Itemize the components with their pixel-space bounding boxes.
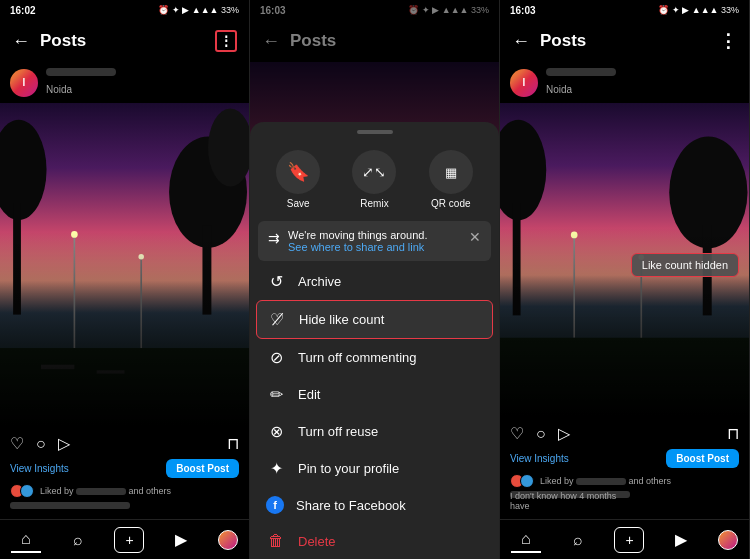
nav-profile-left[interactable] (218, 530, 238, 550)
hide-like-icon: ♡̸ (267, 310, 287, 329)
nav-search-left[interactable]: ⌕ (63, 527, 93, 553)
post-bottom-row-left: View Insights Boost Post (10, 457, 239, 482)
sheet-save-item[interactable]: 🔖 Save (276, 150, 320, 209)
tiny-avatars-left (10, 484, 34, 498)
menu-archive[interactable]: ↺ Archive (250, 263, 499, 300)
app-header-left: ← Posts ⋮ (0, 20, 249, 62)
middle-panel: 16:03 ⏰ ✦ ▶ ▲▲▲ 33% ← Posts (250, 0, 500, 559)
right-panel: 16:03 ⏰ ✦ ▶ ▲▲▲ 33% ← Posts ⋮ I Noida (500, 0, 750, 559)
menu-hide-like[interactable]: ♡̸ Hide like count (256, 300, 493, 339)
pin-label: Pin to your profile (298, 461, 399, 476)
post-bottom-row-right: View Insights Boost Post (510, 447, 739, 472)
edit-label: Edit (298, 387, 320, 402)
app-header-right: ← Posts ⋮ (500, 20, 749, 62)
notice-close-icon[interactable]: ✕ (469, 229, 481, 245)
location-right: Noida (546, 84, 572, 95)
boost-button-left[interactable]: Boost Post (166, 459, 239, 478)
save-icon-right[interactable]: ⊓ (727, 424, 739, 443)
status-bar-left: 16:02 ⏰ ✦ ▶ ▲▲▲ 33% (0, 0, 249, 20)
caption-left (10, 500, 239, 515)
share-icon-right[interactable]: ▷ (558, 424, 570, 443)
save-label: Save (287, 198, 310, 209)
notice-text: We're moving things around. See where to… (288, 229, 461, 253)
username-right (546, 68, 616, 76)
menu-edit[interactable]: ✏ Edit (250, 376, 499, 413)
svg-rect-11 (41, 365, 74, 369)
turn-off-commenting-icon: ⊘ (266, 348, 286, 367)
sheet-qr-item[interactable]: ▦ QR code (429, 150, 473, 209)
avatar-left: I (10, 69, 38, 97)
like-count-tooltip: Like count hidden (631, 253, 739, 277)
nav-add-right[interactable]: + (614, 527, 644, 553)
avatar-right: I (510, 69, 538, 97)
svg-point-7 (71, 231, 78, 238)
comment-icon-right[interactable]: ○ (536, 425, 546, 443)
svg-rect-4 (13, 203, 21, 314)
comment-icon-left[interactable]: ○ (36, 435, 46, 453)
turn-off-commenting-label: Turn off commenting (298, 350, 417, 365)
edit-icon: ✏ (266, 385, 286, 404)
svg-rect-12 (97, 370, 125, 373)
notice-arrow-icon: ⇉ (268, 230, 280, 246)
liked-text-left: Liked by and others (40, 486, 171, 496)
remix-label: Remix (360, 198, 388, 209)
user-info-left: Noida (46, 68, 239, 97)
turn-off-reuse-icon: ⊗ (266, 422, 286, 441)
nav-add-left[interactable]: + (114, 527, 144, 553)
pin-icon: ✦ (266, 459, 286, 478)
action-icons-left: ♡ ○ ▷ ⊓ (10, 430, 239, 457)
qr-circle-icon: ▦ (429, 150, 473, 194)
turn-off-reuse-label: Turn off reuse (298, 424, 378, 439)
post-image-left (0, 103, 249, 426)
caption-right: I don't know how 4 months have (510, 490, 739, 515)
sheet-handle (357, 130, 393, 134)
svg-rect-27 (500, 338, 749, 416)
notice-link[interactable]: See where to share and link (288, 241, 424, 253)
tiny-avatar-2-right (520, 474, 534, 488)
status-bar-right: 16:03 ⏰ ✦ ▶ ▲▲▲ 33% (500, 0, 749, 20)
facebook-icon: f (266, 496, 284, 514)
menu-pin[interactable]: ✦ Pin to your profile (250, 450, 499, 487)
back-button-right[interactable]: ← (512, 31, 530, 52)
svg-point-24 (571, 232, 578, 239)
delete-icon: 🗑 (266, 532, 286, 550)
save-icon-left[interactable]: ⊓ (227, 434, 239, 453)
post-header-left: I Noida (0, 62, 249, 103)
tiny-avatar-2-left (20, 484, 34, 498)
boost-button-right[interactable]: Boost Post (666, 449, 739, 468)
nav-reels-right[interactable]: ▶ (666, 527, 696, 553)
liked-row-right: Liked by and others (510, 472, 739, 490)
save-circle-icon: 🔖 (276, 150, 320, 194)
sheet-notice: ⇉ We're moving things around. See where … (258, 221, 491, 261)
bottom-nav-right: ⌂ ⌕ + ▶ (500, 519, 749, 559)
more-button-right[interactable]: ⋮ (719, 30, 737, 52)
like-icon-left[interactable]: ♡ (10, 434, 24, 453)
nav-reels-left[interactable]: ▶ (166, 527, 196, 553)
like-icon-right[interactable]: ♡ (510, 424, 524, 443)
remix-circle-icon: ⤢⤡ (352, 150, 396, 194)
bottom-sheet: 🔖 Save ⤢⤡ Remix ▦ QR code ⇉ We're moving… (250, 122, 499, 559)
menu-turn-off-commenting[interactable]: ⊘ Turn off commenting (250, 339, 499, 376)
more-button-left[interactable]: ⋮ (215, 30, 237, 52)
archive-icon: ↺ (266, 272, 286, 291)
nav-profile-right[interactable] (718, 530, 738, 550)
view-insights-left[interactable]: View Insights (10, 463, 69, 474)
nav-home-left[interactable]: ⌂ (11, 527, 41, 553)
share-facebook-label: Share to Facebook (296, 498, 406, 513)
qr-label: QR code (431, 198, 470, 209)
nav-search-right[interactable]: ⌕ (563, 527, 593, 553)
bottom-nav-left: ⌂ ⌕ + ▶ (0, 519, 249, 559)
view-insights-right[interactable]: View Insights (510, 453, 569, 464)
back-button-left[interactable]: ← (12, 31, 30, 52)
menu-turn-off-reuse[interactable]: ⊗ Turn off reuse (250, 413, 499, 450)
sheet-remix-item[interactable]: ⤢⤡ Remix (352, 150, 396, 209)
liked-text-right: Liked by and others (540, 476, 671, 486)
post-image-svg-left (0, 103, 249, 426)
share-icon-left[interactable]: ▷ (58, 434, 70, 453)
nav-home-right[interactable]: ⌂ (511, 527, 541, 553)
menu-delete[interactable]: 🗑 Delete (250, 523, 499, 559)
post-actions-left: ♡ ○ ▷ ⊓ View Insights Boost Post Liked b… (0, 426, 249, 519)
svg-point-19 (669, 137, 747, 249)
user-info-right: Noida (546, 68, 739, 97)
menu-share-facebook[interactable]: f Share to Facebook (250, 487, 499, 523)
